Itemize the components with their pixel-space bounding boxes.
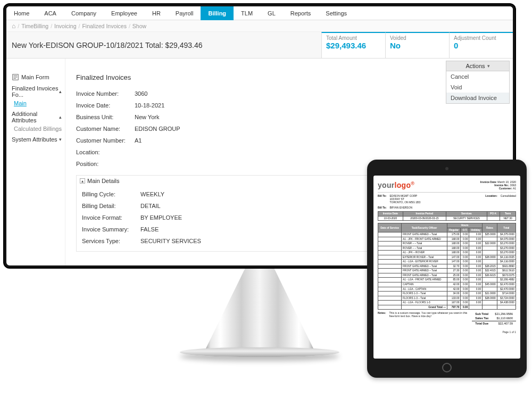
invoice-line: A1 - LGA - FLOORS 1-3167.000.000.00$4,43… — [378, 301, 516, 305]
field-row: Location: — [76, 146, 508, 158]
crumb[interactable]: Invoicing — [54, 23, 76, 29]
nav-gl[interactable]: GL — [260, 6, 283, 20]
title-bar: New York-EDISON GROUP-10/18/2021 Total: … — [6, 32, 513, 59]
invoice-line: FLOORS 1-3 – Total34.000.000.00$21.0000$… — [378, 292, 516, 296]
invoice-line: A1 - LGA - CAPTAIN42.000.000.00$2,470.00… — [378, 287, 516, 292]
nav-hr[interactable]: HR — [145, 6, 168, 20]
stat-card: VoidedNo — [385, 32, 449, 58]
invoice-page-number: Page 1 of 1 — [378, 331, 516, 334]
field-row: Business Unit:New York — [76, 111, 508, 123]
sidebar-group[interactable]: System Attributes▾ — [12, 136, 62, 143]
invoice-line: A1 - JFK – ROVER168.000.000.00$3,270.000… — [378, 251, 516, 255]
invoice-line: A1 - JFK - FRONT GATE ARMED168.000.000.0… — [378, 237, 516, 242]
notes-text: This is a custom message. You can type w… — [389, 312, 469, 318]
nav-company[interactable]: Company — [64, 6, 104, 20]
actions-dropdown[interactable]: Actions CancelVoidDownload Invoice — [446, 61, 510, 104]
invoice-line: A1 - LGA - FRONT GATE ARMED85.000.000.00… — [378, 278, 516, 282]
sidebar: Main Form Finalized Invoices Fo...▴MainA… — [6, 59, 65, 265]
invoice-header-table: Invoice DateInvoice PeriodServicesPO #:T… — [378, 211, 516, 221]
collapse-icon[interactable]: ▴ — [80, 178, 85, 184]
invoice-line: CAPTAIN42.000.000.00$45.0000$2,470.0000 — [378, 282, 516, 287]
form-icon — [12, 73, 19, 81]
nav-payroll[interactable]: Payroll — [168, 6, 201, 20]
invoice-line: FRONT GATE ARMED – Total175.000.000.00$2… — [378, 232, 516, 237]
invoice-line: FRONT GATE ARMED – Total32.700.000.00$28… — [378, 264, 516, 269]
invoice-document: yourlogo® Invoice Date: March 10, 2020In… — [373, 176, 520, 339]
invoice-totals: Sub Total$21,296.9586Sales Tax$1,110.660… — [472, 312, 516, 326]
nav-reports[interactable]: Reports — [283, 6, 319, 20]
invoice-line: FRONT GATE ARMED – Total27.300.000.00$22… — [378, 269, 516, 273]
tablet-camera — [445, 167, 448, 170]
nav-billing[interactable]: Billing — [201, 6, 234, 20]
invoice-line: FLOORS 1-3 – Total133.000.000.00$28.0000… — [378, 296, 516, 301]
field-row: Customer Name:EDISON GROUP — [76, 123, 508, 135]
tablet-frame: yourlogo® Invoice Date: March 10, 2020In… — [367, 160, 527, 378]
section-title: Finalized Invoices — [76, 73, 508, 81]
crumb[interactable]: TimeBilling — [21, 23, 48, 29]
stat-card: Total Amount$29,493.46 — [321, 32, 385, 58]
invoice-logo: yourlogo® — [378, 181, 414, 189]
monitor-stand — [196, 269, 323, 370]
invoice-line: A1 - LGA - EXTERIOR ROVER147.000.000.00$… — [378, 260, 516, 264]
field-row: Invoice Date:10-18-2021 — [76, 99, 508, 111]
actions-menu: CancelVoidDownload Invoice — [446, 71, 510, 104]
actions-button[interactable]: Actions — [446, 61, 510, 71]
crumb[interactable]: Finalized Invoices — [82, 23, 126, 29]
tablet-screen: yourlogo® Invoice Date: March 10, 2020In… — [373, 176, 520, 359]
action-download-invoice[interactable]: Download Invoice — [446, 93, 509, 103]
sidebar-title: Main Form — [12, 73, 62, 81]
sidebar-group[interactable]: Additional Attributes▴ — [12, 111, 62, 123]
invoice-line: EXTERIOR ROVER – Total147.000.000.00$28.… — [378, 255, 516, 260]
invoice-line: ROVER – – Total168.000.000.00$3,270.0000 — [378, 246, 516, 251]
field-row: Customer Number:A1 — [76, 135, 508, 146]
home-icon[interactable]: ⌂ — [12, 22, 15, 30]
top-nav: HomeACACompanyEmployeeHRPayrollBillingTL… — [6, 6, 513, 20]
sidebar-item: Calculated Billings — [14, 126, 62, 132]
invoice-meta: Invoice Date: March 10, 2020Invoice No.:… — [480, 181, 516, 190]
crumb: Show — [132, 23, 146, 29]
nav-aca[interactable]: ACA — [37, 6, 64, 20]
notes-label: Notes: — [378, 312, 386, 318]
sidebar-group[interactable]: Finalized Invoices Fo...▴ — [12, 85, 62, 98]
invoice-line: FRONT GATE ARMED – Total25.000.000.00$26… — [378, 273, 516, 278]
invoice-lines-table: Date of ServiceTask/Security OfficerHour… — [378, 223, 516, 310]
nav-settings[interactable]: Settings — [318, 6, 354, 20]
tablet-home-button[interactable] — [442, 363, 452, 372]
nav-employee[interactable]: Employee — [104, 6, 145, 20]
page-title: New York-EDISON GROUP-10/18/2021 Total: … — [6, 32, 321, 58]
action-cancel[interactable]: Cancel — [446, 71, 509, 82]
nav-home[interactable]: Home — [6, 6, 37, 20]
sidebar-item[interactable]: Main — [14, 100, 62, 106]
action-void[interactable]: Void — [446, 82, 509, 93]
invoice-line: ROVER – – Total168.000.000.00$22.0000$3,… — [378, 242, 516, 246]
stat-card: Adjustment Count0 — [449, 32, 513, 58]
breadcrumb: ⌂ / TimeBilling/ Invoicing/ Finalized In… — [6, 20, 513, 32]
nav-tlm[interactable]: TLM — [234, 6, 260, 20]
field-row: Invoice Number:3060 — [76, 88, 508, 99]
billto-label: Bill To: — [378, 195, 387, 204]
